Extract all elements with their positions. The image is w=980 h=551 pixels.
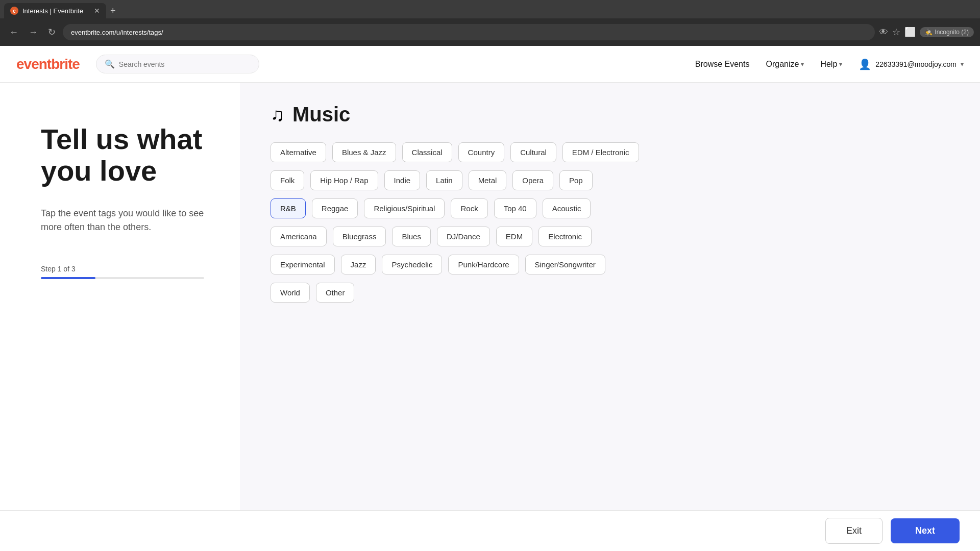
tag-country[interactable]: Country	[458, 142, 505, 162]
tag-acoustic[interactable]: Acoustic	[543, 198, 591, 218]
active-tab[interactable]: e Interests | Eventbrite ✕	[4, 3, 106, 18]
new-tab-button[interactable]: +	[106, 4, 120, 18]
tablet-icon: ⬜	[904, 27, 916, 38]
user-icon: 👤	[859, 58, 871, 70]
tags-row: AmericanaBluegrassBluesDJ/DanceEDMElectr…	[271, 227, 949, 246]
tag-indie[interactable]: Indie	[384, 170, 421, 190]
tag-opera[interactable]: Opera	[512, 170, 553, 190]
eye-icon: 👁	[879, 27, 888, 38]
tags-row: AlternativeBlues & JazzClassicalCountryC…	[271, 142, 949, 162]
tab-favicon: e	[10, 7, 18, 15]
incognito-badge: 🕵 Incognito (2)	[920, 27, 974, 37]
category-header: ♫ Music	[271, 103, 949, 126]
browser-tabs: e Interests | Eventbrite ✕ +	[0, 0, 980, 18]
nav-right: 👁 ☆ ⬜ 🕵 Incognito (2)	[879, 27, 974, 38]
category-title: Music	[292, 103, 350, 126]
tab-title: Interests | Eventbrite	[22, 7, 83, 15]
tag-religious-spiritual[interactable]: Religious/Spiritual	[364, 198, 445, 218]
back-button[interactable]: ←	[6, 24, 21, 41]
tag-jazz[interactable]: Jazz	[341, 255, 376, 274]
nav-organize[interactable]: Organize ▾	[766, 60, 804, 69]
browser-chrome: e Interests | Eventbrite ✕ + ← → ↻ 👁 ☆ ⬜…	[0, 0, 980, 46]
tag-experimental[interactable]: Experimental	[271, 255, 335, 274]
step-label: Step 1 of 3	[41, 265, 209, 273]
main-content: Tell us what you love Tap the event tags…	[0, 83, 980, 551]
tag-pop[interactable]: Pop	[559, 170, 593, 190]
forward-button[interactable]: →	[26, 24, 41, 41]
header-nav: Browse Events Organize ▾ Help ▾ 👤 226333…	[695, 58, 964, 70]
tag-edm[interactable]: EDM	[496, 227, 532, 246]
address-bar[interactable]	[63, 24, 875, 40]
step-progress-bar	[41, 277, 204, 279]
search-bar[interactable]: 🔍	[96, 55, 259, 73]
tags-row: WorldOther	[271, 283, 949, 303]
incognito-icon: 🕵	[925, 29, 933, 36]
help-chevron-icon: ▾	[839, 61, 842, 68]
tag-singer-songwriter[interactable]: Singer/Songwriter	[525, 255, 605, 274]
tag-world[interactable]: World	[271, 283, 310, 303]
tag-rock[interactable]: Rock	[451, 198, 487, 218]
tags-section: AlternativeBlues & JazzClassicalCountryC…	[271, 142, 949, 303]
tags-row: FolkHip Hop / RapIndieLatinMetalOperaPop	[271, 170, 949, 190]
next-button[interactable]: Next	[891, 518, 960, 543]
right-panel[interactable]: ♫ Music AlternativeBlues & JazzClassical…	[240, 83, 980, 551]
tag-folk[interactable]: Folk	[271, 170, 304, 190]
tag-metal[interactable]: Metal	[469, 170, 507, 190]
tag-top-40[interactable]: Top 40	[494, 198, 536, 218]
page-title: Tell us what you love	[41, 123, 209, 186]
tag-americana[interactable]: Americana	[271, 227, 327, 246]
app: eventbrite 🔍 Browse Events Organize ▾ He…	[0, 46, 980, 551]
user-email: 22633391@moodjoy.com	[875, 60, 957, 68]
tag-classical[interactable]: Classical	[402, 142, 452, 162]
tags-row: R&BReggaeReligious/SpiritualRockTop 40Ac…	[271, 198, 949, 218]
tag-edm---electronic[interactable]: EDM / Electronic	[562, 142, 639, 162]
tag-psychedelic[interactable]: Psychedelic	[382, 255, 442, 274]
browser-nav: ← → ↻ 👁 ☆ ⬜ 🕵 Incognito (2)	[0, 18, 980, 46]
tag-other[interactable]: Other	[316, 283, 355, 303]
refresh-button[interactable]: ↻	[45, 23, 59, 41]
exit-button[interactable]: Exit	[825, 518, 883, 544]
tag-cultural[interactable]: Cultural	[510, 142, 556, 162]
left-panel: Tell us what you love Tap the event tags…	[0, 83, 240, 551]
tag-latin[interactable]: Latin	[426, 170, 462, 190]
tag-reggae[interactable]: Reggae	[312, 198, 358, 218]
header: eventbrite 🔍 Browse Events Organize ▾ He…	[0, 46, 980, 83]
search-input[interactable]	[119, 60, 251, 68]
tag-dj-dance[interactable]: DJ/Dance	[437, 227, 490, 246]
logo[interactable]: eventbrite	[16, 56, 80, 72]
step-progress-fill	[41, 277, 95, 279]
tag-electronic[interactable]: Electronic	[538, 227, 592, 246]
tab-close-button[interactable]: ✕	[94, 7, 100, 15]
nav-browse-events[interactable]: Browse Events	[695, 60, 750, 69]
user-menu[interactable]: 👤 22633391@moodjoy.com ▾	[859, 58, 964, 70]
tag-bluegrass[interactable]: Bluegrass	[333, 227, 386, 246]
music-icon: ♫	[271, 104, 284, 126]
tag-punk-hardcore[interactable]: Punk/Hardcore	[448, 255, 519, 274]
tag-alternative[interactable]: Alternative	[271, 142, 326, 162]
page-description: Tap the event tags you would like to see…	[41, 207, 209, 234]
tag-blues[interactable]: Blues	[392, 227, 431, 246]
search-icon: 🔍	[105, 59, 115, 69]
bottom-bar: Exit Next	[0, 510, 980, 551]
tag-blues---jazz[interactable]: Blues & Jazz	[332, 142, 396, 162]
tags-row: ExperimentalJazzPsychedelicPunk/Hardcore…	[271, 255, 949, 274]
organize-chevron-icon: ▾	[801, 61, 804, 68]
bookmark-icon: ☆	[892, 27, 900, 38]
nav-help[interactable]: Help ▾	[820, 60, 842, 69]
tag-hip-hop---rap[interactable]: Hip Hop / Rap	[310, 170, 378, 190]
tag-r-b[interactable]: R&B	[271, 198, 306, 218]
user-chevron-icon: ▾	[961, 61, 964, 68]
